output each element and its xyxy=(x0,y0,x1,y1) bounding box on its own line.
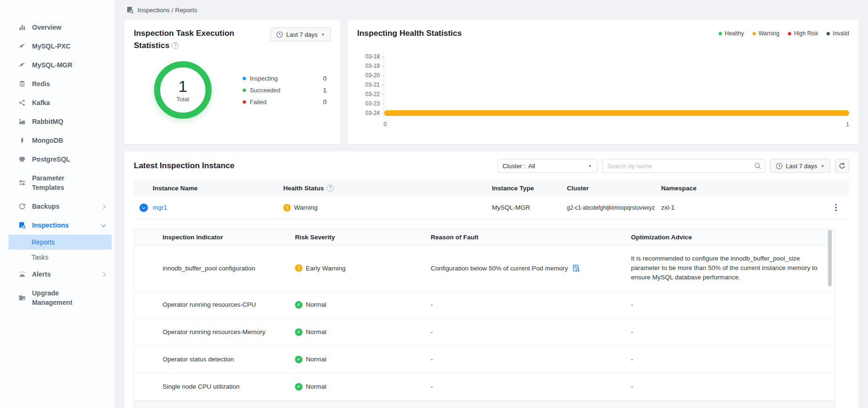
chevron-down-icon xyxy=(102,224,105,227)
reason-cell: - xyxy=(431,383,631,390)
chevron-right-icon xyxy=(102,273,105,276)
legend-dot xyxy=(788,32,791,35)
inspections-icon xyxy=(18,221,26,229)
health-chart-row-03-19: 03-19 xyxy=(357,61,849,71)
header-health-status: Health Status? xyxy=(283,185,492,192)
inspections-icon xyxy=(126,6,134,14)
indicator-cell: Operator running resources-CPU xyxy=(134,301,295,308)
header-cluster: Cluster xyxy=(567,185,661,192)
subtable-scrollbar[interactable] xyxy=(828,230,832,286)
sidebar-item-parameter-templates[interactable]: Parameter Templates xyxy=(0,169,115,197)
subheader-indicator: Inspection Indicator xyxy=(134,234,295,241)
sidebar-item-backups[interactable]: Backups xyxy=(0,197,115,216)
upgrade-icon xyxy=(18,294,26,302)
y-tick-label: 03-19 xyxy=(357,63,380,69)
cluster-filter-select[interactable]: Cluster : All ▼ xyxy=(498,159,598,173)
sidebar-item-rabbitmq[interactable]: RabbitMQ xyxy=(0,112,115,131)
health-chart-row-03-21: 03-21 xyxy=(357,80,849,90)
health-legend-item-high-risk[interactable]: High Risk xyxy=(788,30,818,37)
advice-cell: - xyxy=(631,321,835,343)
cluster-filter-label: Cluster : xyxy=(503,163,525,170)
search-input[interactable] xyxy=(602,159,765,173)
sidebar-item-mysql-pxc[interactable]: MySQL-PXC xyxy=(0,37,115,56)
normal-icon: ✓ xyxy=(295,328,303,336)
legend-dot xyxy=(243,77,246,80)
search-box xyxy=(602,159,765,173)
breadcrumb: Inspections / Reports xyxy=(124,0,859,20)
health-legend-item-warning[interactable]: Warning xyxy=(753,30,779,37)
health-x-axis: 0 1 xyxy=(384,121,849,128)
sidebar-item-postgresql[interactable]: PostgreSQL xyxy=(0,150,115,169)
task-legend-item-succeeded: Succeeded1 xyxy=(243,84,327,96)
parameter-templates-icon xyxy=(18,179,26,187)
health-legend-item-healthy[interactable]: Healthy xyxy=(719,30,744,37)
reason-cell: - xyxy=(431,356,631,363)
refresh-button[interactable] xyxy=(835,159,849,173)
y-tick-label: 03-20 xyxy=(357,72,380,79)
legend-dot xyxy=(753,32,756,35)
sidebar-item-tasks[interactable]: Tasks xyxy=(0,250,115,265)
health-chart-row-03-23: 03-23 xyxy=(357,99,849,108)
advice-cell: - xyxy=(631,348,835,371)
health-status-badge: ! Warning xyxy=(283,204,492,212)
task-legend-item-failed: Failed0 xyxy=(243,96,327,108)
legend-dot xyxy=(827,32,830,35)
alerts-icon xyxy=(18,270,26,278)
kafka-icon xyxy=(18,99,26,106)
inspection-subtable: Inspection Indicator Risk Severity Reaso… xyxy=(134,228,835,408)
sidebar-item-reports[interactable]: Reports xyxy=(8,235,112,250)
task-legend-item-inspecting: Inspecting0 xyxy=(243,73,327,84)
task-range-select[interactable]: Last 7 days ▼ xyxy=(270,27,331,41)
sidebar-item-redis[interactable]: Redis xyxy=(0,74,115,93)
legend-value: 0 xyxy=(323,75,327,82)
latest-inspection-title: Latest Inspection Instance xyxy=(134,160,235,172)
header-namespace: Namespace xyxy=(661,185,823,192)
overview-icon xyxy=(18,24,26,31)
search-icon[interactable] xyxy=(754,162,762,170)
health-stats-title: Inspecting Health Statistics xyxy=(357,27,462,40)
reason-cell: Configuration below 50% of current Pod m… xyxy=(431,264,631,272)
sidebar-item-mongodb[interactable]: MongoDB xyxy=(0,131,115,150)
instances-range-select[interactable]: Last 7 days ▼ xyxy=(770,159,830,173)
advice-cell: It is recommended to configure the innod… xyxy=(631,247,835,289)
sidebar-item-mysql-mgr[interactable]: MySQL-MGR xyxy=(0,56,115,74)
sidebar-item-alerts[interactable]: Alerts xyxy=(0,265,115,284)
normal-icon: ✓ xyxy=(295,301,303,309)
header-instance-name: Instance Name xyxy=(153,185,283,192)
normal-icon: ✓ xyxy=(295,383,303,391)
collapse-row-button[interactable] xyxy=(139,204,148,212)
risk-severity-badge: ✓Normal xyxy=(295,383,431,391)
report-icon[interactable] xyxy=(572,264,580,272)
sidebar-item-inspections[interactable]: Inspections xyxy=(0,216,115,235)
health-legend-item-invalid[interactable]: Invalid xyxy=(827,30,849,37)
chevron-down-icon: ▼ xyxy=(321,33,325,37)
latest-inspection-card: Latest Inspection Instance Cluster : All… xyxy=(124,151,859,408)
sidebar-item-kafka[interactable]: Kafka xyxy=(0,93,115,112)
row-actions-menu[interactable] xyxy=(835,204,837,212)
reason-cell: - xyxy=(431,301,631,308)
y-tick-label: 03-18 xyxy=(357,53,380,60)
risk-severity-badge: ✓Normal xyxy=(295,328,431,336)
subtable-header: Inspection Indicator Risk Severity Reaso… xyxy=(134,229,835,245)
x-tick-min: 0 xyxy=(384,121,387,128)
cluster-cell: g2-c1-abcdefghijklmnopqrstuvwxyz xyxy=(567,204,661,211)
header-instance-type: Instance Type xyxy=(492,185,567,192)
instance-name-link[interactable]: mgr1 xyxy=(153,204,167,211)
reason-cell: - xyxy=(431,328,631,335)
sidebar: OverviewMySQL-PXCMySQL-MGRRedisKafkaRabb… xyxy=(0,0,115,408)
clock-icon xyxy=(276,31,283,38)
y-tick-label: 03-21 xyxy=(357,82,380,88)
sidebar-item-overview[interactable]: Overview xyxy=(0,18,115,37)
legend-dot xyxy=(719,32,722,35)
bar-warning xyxy=(384,110,849,116)
help-icon[interactable]: ? xyxy=(327,185,334,192)
postgresql-icon xyxy=(18,155,26,163)
task-stats-card: Inspection Task Execution Statistics ? L… xyxy=(124,20,340,144)
help-icon[interactable]: ? xyxy=(172,42,179,49)
refresh-icon xyxy=(838,162,846,170)
subtable-row-operator-status-detection: Operator status detection✓Normal-- xyxy=(134,346,835,373)
instances-table-header: Instance Name Health Status? Instance Ty… xyxy=(134,180,849,196)
subtable-row-single-node-cpu-utilization: Single node CPU utilization✓Normal-- xyxy=(134,373,835,400)
legend-dot xyxy=(243,100,246,104)
sidebar-item-upgrade-management[interactable]: Upgrade Management xyxy=(0,284,115,312)
